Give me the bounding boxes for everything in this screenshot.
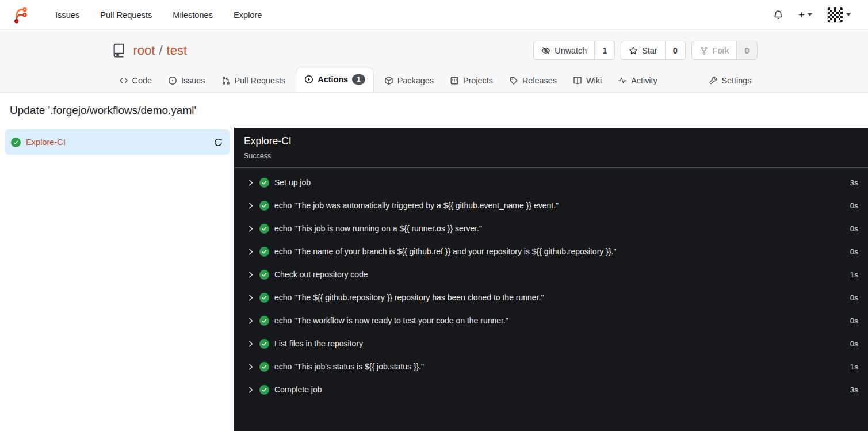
step-row[interactable]: echo "This job's status is ${{ job.statu… xyxy=(234,355,868,378)
step-row[interactable]: echo "The ${{ github.repository }} repos… xyxy=(234,286,868,309)
tag-icon xyxy=(509,76,518,85)
success-check-icon xyxy=(259,247,269,257)
chevron-right-icon xyxy=(248,318,254,324)
repo-separator: / xyxy=(159,43,162,58)
step-name: echo "This job is now running on a ${{ r… xyxy=(274,224,850,233)
step-row[interactable]: echo "This job is now running on a ${{ r… xyxy=(234,217,868,240)
tab-code[interactable]: Code xyxy=(113,70,158,92)
user-menu[interactable] xyxy=(823,3,855,26)
step-duration: 0s xyxy=(850,201,858,210)
success-check-icon xyxy=(259,178,269,188)
project-board-icon xyxy=(450,76,459,85)
tab-projects[interactable]: Projects xyxy=(444,70,499,92)
repo-owner-link[interactable]: root xyxy=(133,43,155,58)
tab-settings[interactable]: Settings xyxy=(703,70,758,92)
tab-label: Packages xyxy=(397,76,434,85)
step-row[interactable]: echo "The job was automatically triggere… xyxy=(234,194,868,217)
step-duration: 3s xyxy=(850,386,858,394)
nav-link-issues[interactable]: Issues xyxy=(45,10,90,20)
repo-header: root / test Unwatch 1 xyxy=(0,30,868,93)
success-check-icon xyxy=(11,138,21,147)
star-label: Star xyxy=(642,46,657,55)
jobs-sidebar: Explore-CI xyxy=(0,128,234,431)
watchers-count[interactable]: 1 xyxy=(594,41,614,59)
chevron-down-icon xyxy=(808,13,812,16)
chevron-right-icon xyxy=(248,203,254,209)
step-name: Check out repository code xyxy=(274,270,850,279)
step-duration: 0s xyxy=(850,247,858,256)
rerun-sync-icon[interactable] xyxy=(213,138,223,147)
repo-action-buttons: Unwatch 1 Star 0 xyxy=(533,41,757,60)
step-name: echo "The job was automatically triggere… xyxy=(274,201,850,210)
run-title-section: Update '.forgejo/workflows/demo.yaml' xyxy=(0,93,868,128)
tab-packages[interactable]: Packages xyxy=(378,70,439,92)
stars-count[interactable]: 0 xyxy=(665,41,685,59)
forgejo-logo[interactable] xyxy=(12,6,29,24)
success-check-icon xyxy=(259,385,269,395)
step-row[interactable]: echo "The name of your branch is ${{ git… xyxy=(234,240,868,263)
step-row[interactable]: Set up job 3s xyxy=(234,171,868,194)
step-name: List files in the repository xyxy=(274,339,850,348)
star-button[interactable]: Star xyxy=(621,41,664,59)
step-duration: 0s xyxy=(850,224,858,233)
step-row[interactable]: Complete job 3s xyxy=(234,378,868,401)
chevron-down-icon xyxy=(846,13,851,16)
step-name: echo "The name of your branch is ${{ git… xyxy=(274,247,850,256)
nav-link-milestones[interactable]: Milestones xyxy=(162,10,223,20)
chevron-right-icon xyxy=(248,387,254,393)
nav-links: Issues Pull Requests Milestones Explore xyxy=(45,10,272,20)
chevron-right-icon xyxy=(248,295,254,301)
step-duration: 0s xyxy=(850,340,858,348)
job-log-panel: Explore-CI Success Set up job 3s echo "T… xyxy=(234,128,868,431)
forks-count: 0 xyxy=(736,41,756,59)
step-name: echo "The workflow is now ready to test … xyxy=(274,316,850,325)
fork-label: Fork xyxy=(713,46,729,55)
run-body: Explore-CI Explore-CI Success Set up job… xyxy=(0,128,868,431)
tab-releases[interactable]: Releases xyxy=(503,70,563,92)
fork-icon xyxy=(699,46,709,55)
repo-title-row: root / test Unwatch 1 xyxy=(111,41,758,60)
navbar-right: + xyxy=(768,3,855,26)
create-new-button[interactable]: + xyxy=(794,6,817,24)
tab-label: Pull Requests xyxy=(235,76,286,85)
repo-name-link[interactable]: test xyxy=(167,43,187,58)
fork-button-group: Fork 0 xyxy=(691,41,758,60)
chevron-right-icon xyxy=(248,364,254,370)
eye-slash-icon xyxy=(541,46,550,55)
step-duration: 0s xyxy=(850,293,858,302)
step-row[interactable]: Check out repository code 1s xyxy=(234,263,868,286)
issue-icon xyxy=(168,76,177,85)
tab-label: Settings xyxy=(722,76,752,85)
book-open-icon xyxy=(573,76,582,85)
step-duration: 1s xyxy=(850,363,858,371)
tab-issues[interactable]: Issues xyxy=(162,70,211,92)
success-check-icon xyxy=(259,201,269,211)
repo-tabs: Code Issues Pull Requests Actions xyxy=(111,69,758,92)
job-item-explore-ci[interactable]: Explore-CI xyxy=(5,129,230,155)
tools-icon xyxy=(709,76,718,85)
success-check-icon xyxy=(259,316,269,326)
tab-label: Wiki xyxy=(586,76,602,85)
step-row[interactable]: List files in the repository 0s xyxy=(234,332,868,355)
step-name: Set up job xyxy=(274,178,850,187)
top-navbar: Issues Pull Requests Milestones Explore … xyxy=(0,0,868,30)
notifications-bell-icon[interactable] xyxy=(768,6,788,24)
success-check-icon xyxy=(259,339,269,349)
tab-actions[interactable]: Actions 1 xyxy=(296,68,373,92)
tab-activity[interactable]: Activity xyxy=(612,70,663,92)
nav-link-pull-requests[interactable]: Pull Requests xyxy=(90,10,162,20)
tab-pull-requests[interactable]: Pull Requests xyxy=(216,70,292,92)
tab-label: Projects xyxy=(463,76,493,85)
workflow-run-title: Update '.forgejo/workflows/demo.yaml' xyxy=(10,104,196,117)
tab-label: Code xyxy=(132,76,152,85)
repo-breadcrumb: root / test xyxy=(133,43,188,58)
plus-icon: + xyxy=(798,9,805,20)
step-row[interactable]: echo "The workflow is now ready to test … xyxy=(234,309,868,332)
step-duration: 0s xyxy=(850,316,858,325)
chevron-right-icon xyxy=(248,249,254,255)
tab-wiki[interactable]: Wiki xyxy=(567,70,607,92)
chevron-right-icon xyxy=(248,272,254,278)
nav-link-explore[interactable]: Explore xyxy=(223,10,272,20)
play-circle-icon xyxy=(304,75,313,84)
unwatch-button[interactable]: Unwatch xyxy=(534,41,594,59)
